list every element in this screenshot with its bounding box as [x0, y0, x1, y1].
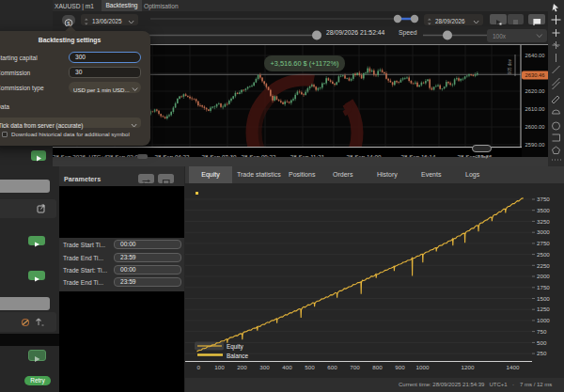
svg-text:2620.00: 2620.00	[525, 88, 545, 94]
svg-text:500: 500	[305, 364, 315, 370]
svg-text:200: 200	[237, 364, 247, 370]
svg-text:28/09/2026: 28/09/2026	[435, 18, 465, 24]
svg-text:Equity: Equity	[227, 343, 244, 351]
svg-text:Balance: Balance	[227, 353, 249, 359]
svg-text:13/06/2025: 13/06/2025	[92, 18, 122, 24]
svg-text:3250: 3250	[537, 218, 550, 225]
svg-text:1000: 1000	[416, 364, 430, 370]
svg-text:2630.46: 2630.46	[525, 72, 545, 78]
svg-text:800: 800	[372, 364, 383, 370]
svg-text:2640.00: 2640.00	[525, 53, 545, 58]
svg-text:3500: 3500	[537, 207, 550, 213]
svg-text:250: 250	[537, 350, 547, 356]
svg-text:1250: 1250	[537, 306, 550, 312]
svg-text:Tick data from server (accurat: Tick data from server (accurate)	[0, 122, 83, 130]
svg-text:1750: 1750	[537, 284, 550, 290]
svg-text:300: 300	[259, 364, 270, 370]
svg-text:2250: 2250	[537, 262, 550, 269]
svg-text:3000: 3000	[537, 228, 550, 235]
svg-text:900: 900	[395, 364, 405, 370]
svg-text:1500: 1500	[537, 295, 550, 302]
svg-text:750: 750	[537, 328, 547, 335]
svg-text:3750: 3750	[537, 196, 550, 202]
svg-text:500: 500	[537, 339, 547, 346]
svg-text:USD per 1 min USD...: USD per 1 min USD...	[73, 86, 130, 93]
svg-text:2000: 2000	[537, 273, 550, 279]
svg-text:1200: 1200	[462, 364, 475, 370]
svg-text:1400: 1400	[507, 364, 520, 370]
svg-text:2590.00: 2590.00	[525, 142, 545, 148]
svg-text:28 Sep: 28 Sep	[476, 154, 489, 159]
svg-text:700: 700	[350, 364, 360, 370]
svg-text:400: 400	[282, 364, 292, 370]
svg-text:2610.00: 2610.00	[525, 106, 545, 112]
svg-text:600: 600	[327, 364, 337, 370]
svg-text:2500: 2500	[537, 251, 550, 258]
svg-text:2600.00: 2600.00	[525, 124, 545, 130]
svg-text:1000: 1000	[537, 317, 550, 323]
svg-text:0: 0	[197, 364, 201, 370]
svg-text:100: 100	[214, 364, 225, 370]
svg-text:905 dev: 905 dev	[508, 58, 512, 74]
svg-text:100x: 100x	[493, 33, 507, 39]
svg-text:2750: 2750	[537, 240, 550, 246]
svg-text:+3,516.60 $ (+1172%): +3,516.60 $ (+1172%)	[270, 59, 338, 68]
